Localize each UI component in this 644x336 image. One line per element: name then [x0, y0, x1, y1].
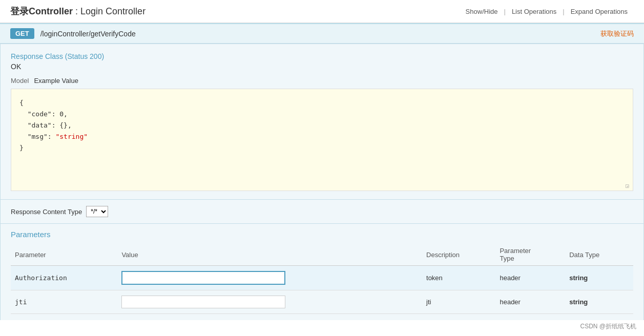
param-data-type: string: [569, 298, 588, 306]
action-link[interactable]: 获取验证码: [600, 29, 634, 38]
list-operations-link[interactable]: List Operations: [506, 8, 563, 15]
show-hide-link[interactable]: Show/Hide: [460, 8, 504, 15]
resize-handle[interactable]: ◲: [626, 183, 632, 190]
title-bold: 登录Controller: [10, 6, 73, 16]
param-data-type: string: [569, 274, 588, 282]
model-tabs: Model Example Value: [11, 77, 633, 85]
param-value-input[interactable]: [121, 296, 285, 308]
code-block: { "code": 0, "data": {}, "msg": "string"…: [11, 89, 633, 191]
param-description: jti: [426, 298, 431, 306]
header-nav: Show/Hide | List Operations | Expand Ope…: [460, 8, 634, 15]
parameters-section: Parameters Parameter Value Description P…: [0, 224, 644, 320]
col-header-description: Description: [422, 244, 495, 266]
param-name: jti: [15, 298, 27, 306]
title-rest: Login Controller: [80, 6, 146, 16]
main-content: Response Class (Status 200) OK Model Exa…: [0, 44, 644, 200]
response-content-label: Response Content Type: [11, 208, 82, 216]
example-value-tab[interactable]: Example Value: [34, 77, 78, 85]
table-row: jti jti header string: [11, 290, 633, 314]
code-pre: { "code": 0, "data": {}, "msg": "string"…: [19, 97, 625, 154]
parameters-title: Parameters: [11, 230, 633, 239]
response-class-title: Response Class (Status 200): [11, 52, 633, 60]
param-type: header: [500, 274, 520, 282]
col-header-parameter: Parameter: [11, 244, 117, 266]
response-content-type-row: Response Content Type */*: [0, 200, 644, 224]
watermark: CSDN @折纸纸飞机: [580, 322, 636, 331]
param-description: token: [426, 274, 443, 282]
page-wrapper: 登录Controller : Login Controller Show/Hid…: [0, 0, 644, 336]
table-row: Authorization token header string: [11, 266, 633, 290]
method-badge: GET: [10, 28, 34, 39]
col-header-data-type: Data Type: [565, 244, 633, 266]
model-tab[interactable]: Model: [11, 77, 29, 85]
header-bar: 登录Controller : Login Controller Show/Hid…: [0, 0, 644, 23]
endpoint-path: /loginController/getVerifyCode: [40, 30, 600, 38]
param-value-input[interactable]: [121, 271, 285, 285]
expand-operations-link[interactable]: Expand Operations: [565, 8, 634, 15]
param-type: header: [500, 298, 520, 306]
table-header-row: Parameter Value Description ParameterTyp…: [11, 244, 633, 266]
col-header-value: Value: [117, 244, 422, 266]
get-bar: GET /loginController/getVerifyCode 获取验证码: [0, 23, 644, 44]
col-header-parameter-type: ParameterType: [495, 244, 565, 266]
content-type-select[interactable]: */*: [86, 206, 108, 217]
parameters-table: Parameter Value Description ParameterTyp…: [11, 244, 633, 314]
title-separator: :: [75, 6, 80, 16]
response-ok: OK: [11, 62, 633, 71]
page-title: 登录Controller : Login Controller: [10, 5, 146, 17]
param-name: Authorization: [15, 274, 67, 282]
